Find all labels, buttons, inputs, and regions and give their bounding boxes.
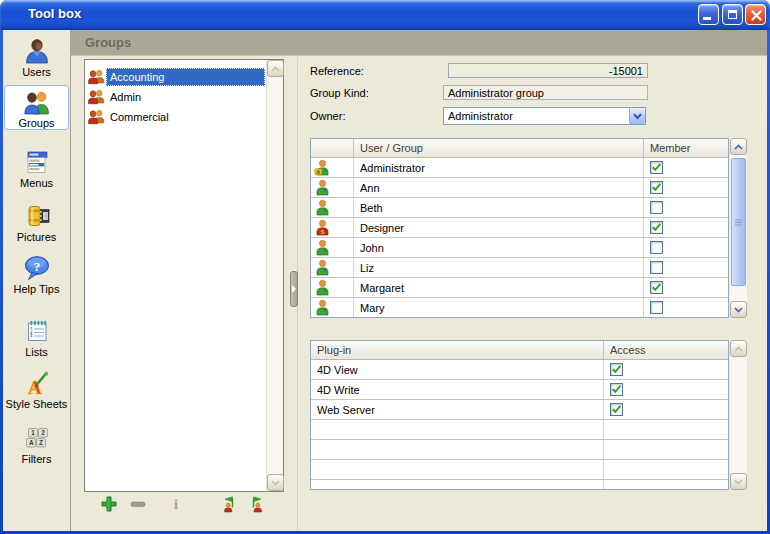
member-checkbox[interactable] [650,261,663,274]
member-checkbox[interactable] [650,221,663,234]
group-list-item-commercial[interactable]: Commercial [85,107,265,127]
plugin-row-empty [311,480,728,490]
sidebar-item-label: Pictures [4,231,69,243]
member-name: Ann [353,178,643,197]
sidebar-item-help-tips[interactable]: ?Help Tips [4,252,69,295]
access-checkbox[interactable] [610,403,623,416]
group-name: Admin [106,88,265,106]
sidebar-item-label: Menus [4,177,69,189]
group-list-item-admin[interactable]: Admin [85,87,265,107]
minimize-icon [703,17,711,20]
svg-text:A: A [29,439,34,446]
member-checkbox[interactable] [650,181,663,194]
member-name: Administrator [353,158,643,177]
user-icon [24,38,50,64]
sidebar-item-groups[interactable]: Groups [4,85,69,130]
info-icon: i [167,503,185,515]
content-area: UsersGroupsMenusPictures?Help Tips123Lis… [3,30,767,531]
style-icon: A [24,370,50,396]
group-red-icon [88,88,105,105]
member-row-liz[interactable]: Liz [311,258,728,278]
access-checkbox[interactable] [610,383,623,396]
scroll-down-icon [730,473,747,490]
sidebar: UsersGroupsMenusPictures?Help Tips123Lis… [3,30,71,531]
tools-icon [7,6,23,22]
info-button: i [167,495,185,513]
member-row-john[interactable]: John [311,238,728,258]
sidebar-item-label: Lists [4,346,69,358]
sidebar-item-label: Groups [5,117,68,129]
titlebar[interactable]: Tool box [0,0,770,30]
plugin-name: Web Server [311,400,603,419]
member-row-ann[interactable]: Ann [311,178,728,198]
sidebar-item-label: Users [4,66,69,78]
splitter-handle[interactable] [290,271,298,307]
chevron-down-icon[interactable] [629,108,645,124]
svg-text:3: 3 [30,334,32,338]
plugin-row-4d-write[interactable]: 4D Write [311,380,728,400]
designer-user-icon: S [311,218,353,237]
plugin-name: 4D Write [311,380,603,399]
sidebar-item-lists[interactable]: 123Lists [4,315,69,358]
groups-list[interactable]: AccountingAdminCommercial [84,59,284,492]
user-green-icon [311,238,353,257]
sidebar-item-filters[interactable]: 12AZFilters [4,422,69,465]
member-row-beth[interactable]: Beth [311,198,728,218]
members-scrollbar[interactable] [730,138,747,318]
group-name: Commercial [106,108,265,126]
group-kind-field[interactable]: Administrator group [443,85,648,100]
group-name: Accounting [106,68,265,86]
sidebar-item-style-sheets[interactable]: AStyle Sheets [4,367,69,410]
reference-field: -15001 [448,63,648,78]
members-table-header: User / Group Member [311,139,728,158]
svg-text:S: S [320,228,324,235]
add-group-button[interactable] [100,495,118,513]
member-name: Liz [353,258,643,277]
column-member: Member [643,139,690,157]
film-icon [24,203,50,229]
sidebar-item-users[interactable]: Users [4,35,69,78]
member-row-designer[interactable]: SDesigner [311,218,728,238]
group-list-item-accounting[interactable]: Accounting [85,67,265,87]
member-row-mary[interactable]: Mary [311,298,728,318]
member-name: John [353,238,643,257]
toolbox-window: Tool box UsersGroupsMenusPictures?Help T… [0,0,770,534]
plugins-scrollbar [730,340,747,490]
move-user-left-button[interactable] [221,495,239,513]
move-user-right-button[interactable] [247,495,265,513]
maximize-button[interactable] [722,4,743,25]
sidebar-item-label: Filters [4,453,69,465]
member-name: Mary [353,298,643,317]
owner-dropdown[interactable]: Administrator [443,107,646,125]
svg-text:?: ? [33,259,40,274]
menu-icon [24,149,50,175]
sidebar-item-menus[interactable]: Menus [4,146,69,189]
user-green-icon [311,198,353,217]
owner-value: Administrator [448,110,513,122]
access-checkbox[interactable] [610,363,623,376]
user-arrow-right-icon [247,503,265,515]
scroll-up-icon[interactable] [730,138,747,155]
notepad-icon: 123 [24,318,50,344]
group-kind-label: Group Kind: [310,87,369,99]
help-bubble-icon: ? [24,255,50,281]
scrollbar-thumb[interactable] [731,158,746,286]
plugin-row-4d-view[interactable]: 4D View [311,360,728,380]
user-green-icon [311,258,353,277]
minimize-button[interactable] [698,4,719,25]
keys-icon: 12AZ [24,425,50,451]
member-checkbox[interactable] [650,161,663,174]
close-button[interactable] [745,4,766,25]
scroll-down-icon[interactable] [730,301,747,318]
member-checkbox[interactable] [650,241,663,254]
member-checkbox[interactable] [650,201,663,214]
member-row-margaret[interactable]: Margaret [311,278,728,298]
sidebar-item-pictures[interactable]: Pictures [4,200,69,243]
maximize-icon [728,10,737,19]
member-checkbox[interactable] [650,301,663,314]
member-checkbox[interactable] [650,281,663,294]
plugin-row-web-server[interactable]: Web Server [311,400,728,420]
plugins-table-header: Plug-in Access [311,341,728,360]
member-row-administrator[interactable]: AAdministrator [311,158,728,178]
scroll-down-icon [267,474,284,491]
